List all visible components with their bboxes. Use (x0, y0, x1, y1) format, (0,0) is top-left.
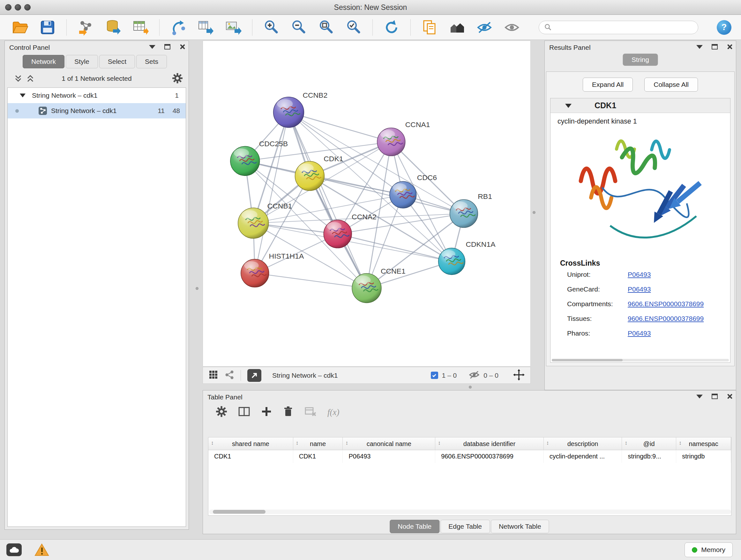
crosslink-link[interactable]: 9606.ENSP00000378699 (628, 315, 704, 322)
open-session-button[interactable] (11, 19, 29, 36)
sort-icon[interactable]: ↕ (438, 440, 441, 446)
edge-CCNB2-CCNA1[interactable] (288, 112, 391, 142)
splitter-handle[interactable] (469, 386, 472, 388)
panel-menu-icon[interactable] (696, 45, 703, 49)
collection-expand-caret-icon[interactable] (20, 94, 25, 98)
import-network-file-button[interactable] (77, 19, 94, 36)
column-header-database-identifier[interactable]: ↕ database identifier (435, 437, 544, 450)
table-cell[interactable]: 9606.ENSP00000378699 (435, 450, 544, 463)
column-header-canonical-name[interactable]: ↕ canonical name (343, 437, 435, 450)
tab-sets[interactable]: Sets (136, 55, 167, 68)
node-CCNA1[interactable] (377, 128, 405, 156)
node-CCNA2[interactable] (324, 220, 352, 248)
delete-table-icon[interactable] (305, 406, 317, 418)
export-image-button[interactable] (225, 19, 242, 36)
save-session-button[interactable] (39, 19, 56, 36)
tab-style[interactable]: Style (66, 55, 98, 68)
table-cell[interactable]: cyclin-dependent ... (544, 450, 622, 463)
collapse-gene-caret-icon[interactable] (565, 104, 571, 108)
sort-icon[interactable]: ↕ (211, 440, 214, 446)
tab-node-table[interactable]: Node Table (390, 520, 440, 533)
new-network-from-selection-button[interactable] (197, 19, 214, 36)
node-CDK1[interactable] (295, 161, 324, 191)
table-cell[interactable]: CDK1 (293, 450, 343, 463)
node-CCNB2[interactable] (273, 97, 304, 128)
crosslink-link[interactable]: 9606.ENSP00000378699 (628, 300, 704, 308)
float-panel-icon[interactable] (712, 44, 718, 50)
tab-string[interactable]: String (623, 54, 658, 66)
sort-icon[interactable]: ↕ (679, 440, 682, 446)
zoom-selected-button[interactable] (345, 19, 362, 36)
panel-menu-icon[interactable] (149, 45, 155, 49)
node-CDC6[interactable] (390, 181, 416, 208)
table-cell[interactable]: CDK1 (208, 450, 293, 463)
network-options-gear-icon[interactable] (172, 73, 183, 85)
results-scrollbar[interactable] (552, 359, 729, 361)
tab-edge-table[interactable]: Edge Table (441, 520, 490, 533)
float-panel-icon[interactable] (164, 44, 171, 50)
grid-mode-icon[interactable] (209, 370, 218, 381)
table-options-gear-icon[interactable] (216, 406, 227, 419)
selected-checkbox-icon[interactable] (431, 372, 438, 379)
add-column-icon[interactable] (261, 406, 272, 418)
hide-selected-button[interactable] (476, 19, 493, 36)
warning-button[interactable] (35, 543, 49, 558)
column-header-name[interactable]: ↕ name (293, 437, 343, 450)
function-builder-icon[interactable]: f(x) (327, 408, 339, 417)
column-header-@id[interactable]: ↕ @id (622, 437, 676, 450)
sort-icon[interactable]: ↕ (296, 440, 299, 446)
edge-HIST1H1A-CCNE1[interactable] (255, 273, 367, 288)
toolbar-search[interactable] (539, 21, 698, 34)
memory-button[interactable]: Memory (684, 543, 733, 557)
close-panel-icon[interactable] (727, 393, 733, 399)
birdseye-home-button[interactable] (448, 19, 466, 36)
import-network-database-button[interactable] (105, 19, 122, 36)
crosslink-link[interactable]: P06493 (628, 329, 651, 337)
tab-network[interactable]: Network (23, 55, 64, 68)
network-collection-row[interactable]: String Network – cdk1 1 (8, 88, 186, 103)
edge-CCNB2-HIST1H1A[interactable] (255, 112, 289, 273)
node-RB1[interactable] (450, 199, 478, 228)
update-network-button[interactable] (383, 19, 400, 36)
table-cell[interactable]: P06493 (343, 450, 435, 463)
zoom-out-button[interactable] (290, 19, 307, 36)
column-header-shared-name[interactable]: ↕ shared name (208, 437, 293, 450)
node-CDKN1A[interactable] (439, 248, 465, 275)
close-panel-icon[interactable] (727, 44, 733, 50)
node-CCNE1[interactable] (352, 273, 381, 303)
sort-icon[interactable]: ↕ (624, 440, 627, 446)
compare-sessions-button[interactable] (421, 19, 438, 36)
splitter-handle[interactable] (196, 287, 199, 290)
panel-menu-icon[interactable] (696, 395, 703, 398)
zoom-fit-button[interactable] (318, 19, 335, 36)
node-CCNB1[interactable] (238, 208, 269, 239)
sort-icon[interactable]: ↕ (546, 440, 549, 446)
show-columns-icon[interactable] (238, 406, 250, 419)
close-panel-icon[interactable] (179, 44, 185, 50)
column-header-namespac[interactable]: ↕ namespac (676, 437, 731, 450)
cloud-button[interactable] (6, 543, 22, 556)
tab-select[interactable]: Select (99, 55, 135, 68)
pan-crosshair-icon[interactable] (513, 369, 525, 382)
column-header-description[interactable]: ↕ description (544, 437, 622, 450)
table-cell[interactable]: stringdb (676, 450, 731, 463)
network-tools-button[interactable] (170, 19, 187, 36)
share-network-icon[interactable] (225, 370, 234, 381)
delete-column-trash-icon[interactable] (283, 406, 293, 419)
node-HIST1H1A[interactable] (241, 259, 269, 287)
birdseye-view-button[interactable] (247, 369, 261, 382)
hidden-eye-slash-icon[interactable] (469, 370, 480, 381)
crosslink-link[interactable]: P06493 (628, 286, 651, 293)
splitter-handle[interactable] (533, 211, 536, 214)
zoom-in-button[interactable] (263, 19, 280, 36)
network-canvas[interactable]: CCNB2CCNA1CDC25BCDK1CDC6RB1CCNB1CCNA2CDK… (203, 41, 531, 367)
float-panel-icon[interactable] (712, 394, 718, 399)
expand-all-button[interactable]: Expand All (583, 78, 633, 91)
tab-network-table[interactable]: Network Table (491, 520, 549, 533)
edge-CCNB2-CCNE1[interactable] (288, 112, 367, 288)
network-row-selected[interactable]: String Network – cdk1 11 48 (8, 103, 186, 118)
crosslink-link[interactable]: P06493 (628, 271, 651, 278)
sort-icon[interactable]: ↕ (345, 440, 348, 446)
collapse-all-button[interactable]: Collapse All (644, 78, 698, 91)
table-cell[interactable]: stringdb:9... (622, 450, 676, 463)
